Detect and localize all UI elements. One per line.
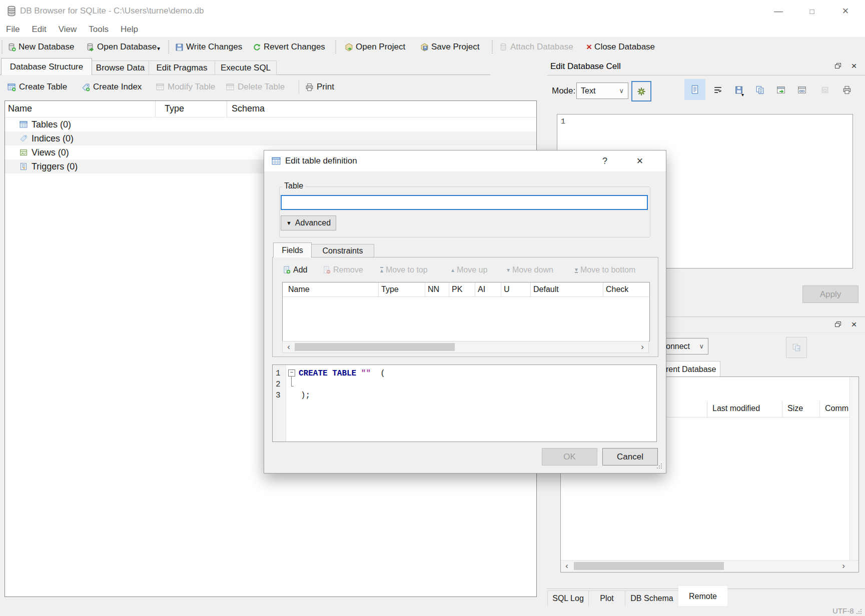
cancel-button[interactable]: Cancel xyxy=(602,448,658,466)
tree-item-tables[interactable]: Tables (0) xyxy=(5,118,536,132)
tab-edit-pragmas[interactable]: Edit Pragmas xyxy=(149,60,215,75)
move-to-bottom-button[interactable]: ▾ Move to bottom xyxy=(575,264,635,276)
remote-vertical-scrollbar[interactable] xyxy=(849,377,858,560)
new-database-button[interactable]: New Database xyxy=(8,37,75,57)
delete-table-button[interactable]: Delete Table xyxy=(226,78,285,96)
scrollbar-thumb[interactable] xyxy=(295,343,455,351)
toolbar-grip[interactable] xyxy=(2,40,3,54)
tree-column-type[interactable]: Type xyxy=(165,104,184,114)
scroll-left-icon[interactable]: ‹ xyxy=(562,562,572,570)
create-table-icon xyxy=(8,83,16,92)
remote-horizontal-scrollbar[interactable]: ‹ › xyxy=(561,560,858,572)
dialog-resize-grip[interactable] xyxy=(657,464,658,464)
move-down-icon: ▾ xyxy=(507,268,510,272)
scroll-right-icon[interactable]: › xyxy=(838,562,848,570)
set-as-null-icon-button[interactable] xyxy=(771,80,790,100)
import-data-icon-button[interactable]: ▾ xyxy=(729,80,748,100)
close-database-button[interactable]: × Close Database xyxy=(586,37,655,57)
text-mode-icon-button[interactable] xyxy=(684,79,705,100)
resize-grip[interactable] xyxy=(856,609,857,610)
remove-field-button[interactable]: Remove xyxy=(323,264,363,276)
remote-column-commit[interactable]: Comm xyxy=(825,404,848,413)
tab-constraints[interactable]: Constraints xyxy=(311,244,374,258)
col-ai[interactable]: AI xyxy=(478,285,485,294)
col-nn[interactable]: NN xyxy=(428,285,439,294)
scrollbar-thumb[interactable] xyxy=(574,562,724,570)
mode-select[interactable]: Text ∨ xyxy=(576,82,628,99)
open-project-icon xyxy=(345,43,353,52)
tab-browse-data[interactable]: Browse Data xyxy=(92,60,149,75)
identity-select[interactable]: onnect ∨ xyxy=(661,338,708,354)
tab-current-database[interactable]: rent Database xyxy=(661,361,720,377)
auto-switch-mode-button[interactable] xyxy=(631,81,651,102)
dialog-titlebar[interactable]: Edit table definition ? × xyxy=(264,150,666,172)
col-name[interactable]: Name xyxy=(288,285,310,294)
tab-db-schema[interactable]: DB Schema xyxy=(625,590,679,606)
attach-database-button[interactable]: Attach Database xyxy=(499,37,573,57)
col-check[interactable]: Check xyxy=(606,285,628,294)
remote-column-last-modified[interactable]: Last modified xyxy=(712,404,760,413)
sql-preview: 1 2 3 − CREATE TABLE "" ( ); xyxy=(272,364,657,442)
scroll-left-icon[interactable]: ‹ xyxy=(284,342,294,352)
tab-database-structure[interactable]: Database Structure xyxy=(1,58,92,75)
print-icon xyxy=(305,83,314,92)
apply-button[interactable]: Apply xyxy=(802,286,858,303)
tree-column-schema[interactable]: Schema xyxy=(232,104,265,114)
maximize-button[interactable]: □ xyxy=(799,0,824,22)
tab-sql-log[interactable]: SQL Log xyxy=(547,590,589,606)
revert-changes-button[interactable]: Revert Changes xyxy=(253,37,325,57)
move-down-button[interactable]: ▾ Move down xyxy=(507,264,553,276)
add-field-button[interactable]: Add xyxy=(283,264,307,276)
menu-help[interactable]: Help xyxy=(115,24,144,34)
col-u[interactable]: U xyxy=(504,285,510,294)
menu-view[interactable]: View xyxy=(53,24,83,34)
tab-fields[interactable]: Fields xyxy=(273,242,312,258)
tree-column-name[interactable]: Name xyxy=(8,104,32,114)
close-button[interactable]: × xyxy=(833,0,858,22)
word-wrap-icon-button[interactable] xyxy=(708,80,727,100)
tab-remote[interactable]: Remote xyxy=(678,586,727,607)
write-changes-button[interactable]: Write Changes xyxy=(175,37,242,57)
export-data-icon-button[interactable] xyxy=(750,80,769,100)
print-button[interactable]: Print xyxy=(305,78,334,96)
help-button[interactable]: ? xyxy=(594,153,615,169)
remote-column-size[interactable]: Size xyxy=(787,404,803,413)
tab-execute-sql[interactable]: Execute SQL xyxy=(215,60,277,75)
advanced-button[interactable]: ▼ Advanced xyxy=(281,216,336,230)
col-default[interactable]: Default xyxy=(533,285,559,294)
save-cell-icon-button[interactable] xyxy=(815,80,834,100)
open-database-dropdown[interactable]: ▾ xyxy=(157,41,160,56)
open-in-app-icon-button[interactable] xyxy=(792,80,811,100)
float-dock-icon[interactable] xyxy=(831,60,844,72)
float-dock-icon[interactable] xyxy=(831,318,844,330)
close-dock-icon[interactable]: × xyxy=(847,318,860,330)
fields-horizontal-scrollbar[interactable]: ‹ › xyxy=(282,341,649,353)
modify-table-button[interactable]: Modify Table xyxy=(156,78,215,96)
save-project-button[interactable]: Save Project xyxy=(420,37,479,57)
fold-marker-icon[interactable]: − xyxy=(288,370,295,376)
create-index-button[interactable]: Create Index xyxy=(82,78,142,96)
menu-tools[interactable]: Tools xyxy=(83,24,115,34)
move-up-button[interactable]: ▴ Move up xyxy=(451,264,487,276)
dialog-close-button[interactable]: × xyxy=(629,153,650,169)
advanced-arrow-icon: ▼ xyxy=(286,220,292,226)
fields-table[interactable]: Name Type NN PK AI U Default Check xyxy=(282,282,650,342)
menu-edit[interactable]: Edit xyxy=(26,24,52,34)
minimize-button[interactable]: — xyxy=(766,0,791,22)
clone-database-button[interactable] xyxy=(786,337,807,358)
open-database-button[interactable]: Open Database xyxy=(86,37,157,57)
tree-item-indices[interactable]: Indices (0) xyxy=(5,132,536,146)
scroll-right-icon[interactable]: › xyxy=(637,342,647,352)
col-type[interactable]: Type xyxy=(381,285,399,294)
close-dock-icon[interactable]: × xyxy=(847,60,860,72)
tab-plot[interactable]: Plot xyxy=(588,590,625,606)
col-pk[interactable]: PK xyxy=(452,285,462,294)
print-cell-icon-button[interactable] xyxy=(837,80,856,100)
menu-file[interactable]: File xyxy=(0,24,26,34)
table-name-input[interactable] xyxy=(281,195,648,210)
ok-button[interactable]: OK xyxy=(542,448,597,466)
open-project-button[interactable]: Open Project xyxy=(345,37,405,57)
table-group-label: Table xyxy=(282,182,305,190)
create-table-button[interactable]: Create Table xyxy=(8,78,67,96)
move-to-top-button[interactable]: ▴ Move to top xyxy=(380,264,428,276)
